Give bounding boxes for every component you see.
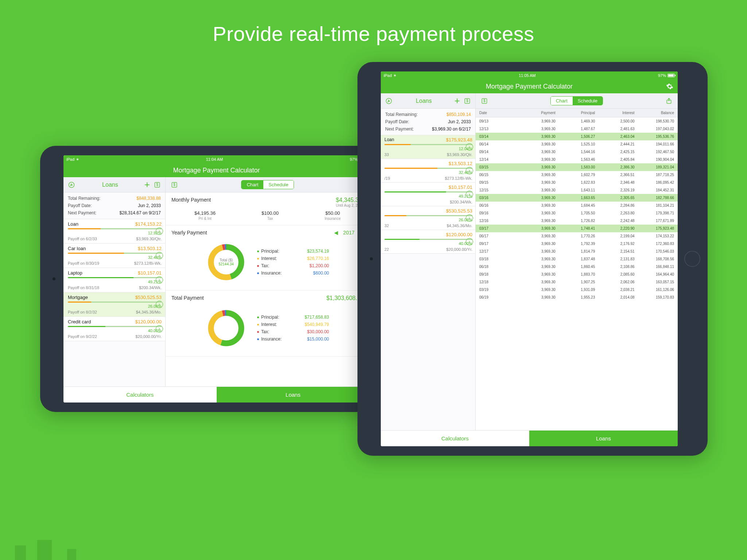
monthly-payment-label: Monthly Payment [171,197,211,203]
schedule-row[interactable]: 06/193,969.301,955.232,014.08159,170.83 [476,293,678,301]
chevron-right-icon[interactable]: › [466,214,473,222]
schedule-header-cell: Date [478,111,517,115]
tab-calculators[interactable]: Calculators [63,387,217,402]
home-button[interactable] [684,251,700,267]
legend-row: Tax:$30,000.00 [257,328,329,335]
chevron-right-icon[interactable]: › [156,325,163,332]
tagline: Provide real-time payment process [0,0,747,46]
chevron-right-icon[interactable]: › [466,143,473,151]
chevron-right-icon[interactable]: › [156,228,163,235]
loan-item[interactable]: $10,157.01 49.21% $200.34/Wk. › [381,183,475,206]
currency-icon[interactable]: $ [480,97,489,105]
legend-row: Interest:$540,949.79 [257,321,329,328]
loan-item[interactable]: $530,525.53 26.08% 32$4,345.36/Mo. › [381,206,475,230]
segment-schedule[interactable]: Schedule [573,97,603,105]
schedule-row[interactable]: 06/153,969.301,602.792,366.51187,718.25 [476,171,678,179]
status-time: 11:05 AM [396,73,658,78]
schedule-row[interactable]: 12/183,969.301,907.252,062.06163,057.15 [476,278,678,286]
detail-toolbar: $ Chart Schedule [476,93,678,109]
total-remaining-label: Total Remaining: [68,196,100,201]
segment-schedule[interactable]: Schedule [263,180,293,189]
currency-icon[interactable]: $ [170,180,179,189]
loan-item[interactable]: Laptop$10,157.01 49.21% Payoff on 8/31/1… [63,268,165,292]
schedule-header-cell: Principal [557,111,596,115]
schedule-row[interactable]: 09/153,969.301,622.832,346.48186,095.42 [476,179,678,186]
loan-item[interactable]: Car loan$13,503.12 32.48% Payoff on 8/30… [63,244,165,268]
chevron-right-icon[interactable]: › [156,301,163,308]
chevron-right-icon[interactable]: › [466,238,473,245]
schedule-row[interactable]: 09/173,969.301,792.392,176.92172,360.83 [476,240,678,248]
loan-item[interactable]: Credit card$120,000.00 40.00% Payoff on … [63,317,165,341]
chevron-right-icon[interactable]: › [466,191,473,198]
share-button[interactable] [665,97,673,105]
schedule-row[interactable]: 09/163,969.301,705.502,263.80179,398.71 [476,209,678,217]
device-label: iPad [66,157,74,162]
payoff-date-value: Jun 2, 2033 [448,119,471,124]
tab-calculators[interactable]: Calculators [381,431,529,446]
camera-icon [53,277,55,280]
compass-icon[interactable] [384,97,393,105]
svg-text:$: $ [483,99,485,103]
schedule-row[interactable]: 12/163,969.301,726.822,242.48177,671.89 [476,217,678,225]
chart-schedule-segment: Chart Schedule [550,96,603,105]
tab-loans[interactable]: Loans [217,387,370,402]
add-loan-button[interactable]: + [144,179,150,190]
summary-panel: Total Remaining:$850,109.14 Payoff Date:… [381,109,475,135]
schedule-row[interactable]: 03/183,969.301,837.482,131.83168,708.56 [476,255,678,263]
chevron-right-icon[interactable]: › [156,252,163,259]
svg-point-16 [386,98,392,104]
loan-item[interactable]: $13,503.12 32.48% /19$273.12/Bi-Wk. › [381,159,475,183]
title-bar: Mortgage Payment Calculator [381,79,678,93]
schedule-row[interactable]: 12/143,969.301,563.462,405.84190,904.04 [476,156,678,163]
svg-text:$: $ [466,99,468,103]
schedule-row[interactable]: 06/163,969.301,684.452,284.86181,104.21 [476,202,678,209]
schedule-row[interactable]: 09/133,969.301,469.302,500.00198,530.70 [476,117,678,125]
schedule-row[interactable]: 03/143,969.301,506.272,463.04195,536.76 [476,133,678,140]
status-bar: iPad ✶ 11:04 AM 97% [63,155,369,163]
device-label: iPad [384,73,392,78]
legend-row: Tax:$1,200.00 [257,262,329,269]
svg-text:$: $ [156,183,158,187]
schedule-row[interactable]: 12/173,969.301,814.792,154.51170,546.03 [476,248,678,255]
monthly-tax-value: $100.00 [262,210,279,216]
monthly-pri-int-label: Pri & Int [194,217,216,221]
settings-button[interactable] [666,83,673,90]
schedule-row[interactable]: 03/193,969.301,931.092,038.21161,126.06 [476,286,678,293]
skyline-decoration [0,538,747,560]
schedule-row[interactable]: 06/173,969.301,770.262,199.04174,153.22 [476,232,678,240]
currency-icon[interactable]: $ [153,180,162,189]
battery-pct: 97% [350,157,358,162]
schedule-row[interactable]: 12/153,969.301,643.112,326.19184,452.31 [476,186,678,194]
schedule-row[interactable]: 09/143,969.301,544.162,425.15192,467.50 [476,148,678,156]
compass-icon[interactable] [67,180,76,189]
schedule-row[interactable]: 12/133,969.301,487.672,481.63197,043.02 [476,125,678,133]
loan-item[interactable]: Loan$174,153.22 12.92% Payoff on 6/2/33$… [63,219,165,244]
loan-item[interactable]: Loan$175,923.48 12.04% 33$3,969.30/Qtr. … [381,135,475,159]
next-payment-value: $28,314.67 on 9/2/17 [120,210,161,215]
chevron-right-icon[interactable]: › [156,276,163,284]
app-title: Mortgage Payment Calculator [486,83,573,90]
schedule-row[interactable]: 03/153,969.301,583.002,386.30189,321.04 [476,163,678,171]
summary-panel: Total Remaining:$848,338.88 Payoff Date:… [63,192,165,219]
currency-icon[interactable]: $ [463,97,472,105]
schedule-row[interactable]: 03/163,969.301,663.652,305.65182,788.66 [476,194,678,202]
loan-item[interactable]: Mortgage$530,525.53 26.08% Payoff on 8/2… [63,292,165,317]
schedule-row[interactable]: 06/183,969.301,860.452,108.86166,848.11 [476,263,678,271]
schedule-row[interactable]: 09/183,969.301,883.702,085.60164,964.40 [476,271,678,278]
chevron-right-icon[interactable]: › [466,167,473,174]
add-loan-button[interactable]: + [454,95,460,106]
tab-loans[interactable]: Loans [529,431,678,446]
year-prev-button[interactable]: ◀ [334,230,338,236]
segment-chart[interactable]: Chart [241,180,263,189]
payoff-date-value: Jun 2, 2033 [138,203,161,208]
svg-point-0 [69,182,74,187]
schedule-row[interactable]: 06/143,969.301,525.102,444.21194,011.66 [476,140,678,148]
schedule-row[interactable]: 03/173,969.301,748.412,220.90175,923.48 [476,225,678,232]
loans-title: Loans [393,98,454,104]
year-value: 2017 [343,230,355,236]
total-payment-label: Total Payment [171,295,204,301]
status-time: 11:04 AM [79,157,350,162]
segment-chart[interactable]: Chart [551,97,573,105]
loan-item[interactable]: $120,000.00 40.00% 22$20,000.00/Yr. › [381,230,475,254]
next-payment-label: Next Payment: [385,127,414,132]
